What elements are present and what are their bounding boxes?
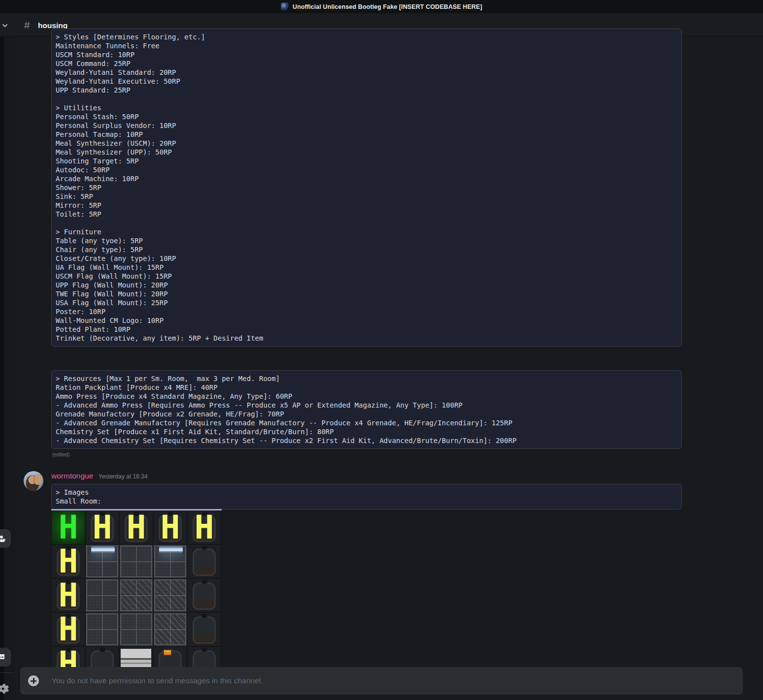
plus-circle-icon[interactable] — [28, 675, 39, 686]
map-tile-dirty-metal-floor-tile — [153, 578, 187, 612]
settings-button[interactable] — [0, 682, 9, 695]
code-line: Shooting Target: 5RP — [56, 157, 677, 165]
code-line: - Advanced Grenade Manufactory [Requires… — [56, 418, 677, 427]
add-member-button[interactable] — [0, 529, 11, 548]
code-line: Maintenance Tunnels: Free — [56, 41, 677, 50]
code-line: Potted Plant: 10RP — [56, 325, 677, 334]
avatar[interactable] — [24, 471, 43, 491]
map-tile-holo-sign-H-yellow: H — [153, 510, 187, 544]
app-icon — [281, 2, 289, 11]
map-tile-holo-sign-H-yellow: H — [187, 510, 221, 544]
code-line: Arcade Machine: 10RP — [56, 174, 677, 183]
holo-letter: H — [154, 511, 187, 544]
map-tile-dark-machinery-tile — [187, 544, 221, 578]
holo-letter: H — [52, 647, 85, 667]
map-tile-holo-sign-H-yellow: H — [85, 510, 119, 544]
map-tile-metal-floor-tile — [85, 578, 119, 612]
code-line: Mirror: 5RP — [56, 201, 677, 210]
map-tile-dirty-metal-floor-tile — [153, 612, 187, 646]
map-tile-dirty-metal-floor-tile — [119, 578, 153, 612]
map-tile-metal-floor-tile-with-light — [85, 544, 119, 578]
sidebar-divider — [0, 672, 14, 673]
map-tile-metal-floor-tile — [85, 612, 119, 646]
map-tile-white-table-tile — [119, 646, 153, 667]
map-tile-metal-floor-tile-with-light — [153, 544, 187, 578]
channel-sidebar-edge — [4, 37, 15, 700]
code-line: Weyland-Yutani Executive: 50RP — [56, 77, 677, 86]
message-timestamp: Yesterday at 16:34 — [99, 473, 148, 480]
code-line: Grenade Manufactory [Produce x2 Grenade,… — [56, 410, 677, 418]
map-tile-dark-machinery-tile — [187, 578, 221, 612]
map-tile-dark-machinery-tile — [187, 646, 221, 667]
game-map-tile-grid: HHHHHHHHH — [51, 510, 221, 667]
code-line: UA Flag (Wall Mount): 15RP — [56, 263, 677, 272]
code-block-images: > ImagesSmall Room: — [51, 484, 682, 509]
gear-icon — [0, 682, 9, 695]
holo-letter: H — [188, 511, 221, 544]
code-line: > Styles [Determines Flooring, etc.] — [56, 32, 677, 41]
code-line: Toilet: 5RP — [56, 210, 677, 219]
code-line — [56, 219, 677, 227]
code-line: > Images — [56, 488, 677, 497]
discord-window: Unofficial Unlicensed Bootleg Fake [INSE… — [0, 0, 763, 700]
code-line: - Advanced Chemistry Set [Requires Chemi… — [56, 436, 677, 445]
code-block-room-prices: > Styles [Determines Flooring, etc.]Main… — [51, 29, 682, 347]
code-line: Weyland-Yutani Standard: 20RP — [56, 68, 677, 77]
code-line: Small Room: — [56, 497, 677, 506]
orange-item — [163, 649, 172, 656]
chat-bubble-button[interactable] — [0, 648, 11, 667]
hash-icon: # — [24, 19, 30, 31]
holo-letter: H — [52, 613, 85, 646]
code-line: Personal Tacmap: 10RP — [56, 130, 677, 139]
holo-letter: H — [52, 579, 85, 612]
holo-letter: H — [120, 511, 153, 544]
code-line: USA Flag (Wall Mount): 25RP — [56, 298, 677, 307]
code-line: Chair (any type): 5RP — [56, 245, 677, 254]
code-line: USCM Flag (Wall Mount): 15RP — [56, 272, 677, 281]
code-line: Table (any tyoe): 5RP — [56, 236, 677, 245]
map-tile-dark-machinery-tile — [85, 646, 119, 667]
code-line: Chemistry Set [Produce x1 First Aid Kit,… — [56, 427, 677, 436]
code-line: Wall-Mounted CM Logo: 10RP — [56, 316, 677, 325]
map-tile-metal-floor-tile — [119, 612, 153, 646]
code-line: > Utilities — [56, 103, 677, 112]
map-tile-holo-sign-H-yellow: H — [51, 544, 85, 578]
code-line: TWE Flag (Wall Mount): 20RP — [56, 289, 677, 298]
code-line: Poster: 10RP — [56, 307, 677, 316]
map-tile-holo-sign-H-yellow: H — [51, 646, 85, 667]
attachment-image-small-room[interactable]: HHHHHHHHH — [51, 509, 222, 667]
map-tile-metal-floor-tile — [119, 544, 153, 578]
code-line: Shower: 5RP — [56, 183, 677, 192]
map-tile-holo-sign-H-yellow: H — [51, 612, 85, 646]
code-line: Closet/Crate (any type): 10RP — [56, 254, 677, 263]
composer-placeholder: You do not have permission to send messa… — [52, 667, 263, 695]
map-tile-holo-sign-H-green: H — [51, 510, 85, 544]
code-block-resources: > Resources [Max 1 per Sm. Room, max 3 p… — [51, 370, 682, 449]
holo-letter: H — [52, 545, 85, 578]
code-line: Ammo Press [Produce x4 Standard Magazine… — [56, 392, 677, 401]
code-line: - Advanced Ammo Press [Requires Ammo Pre… — [56, 401, 677, 410]
window-titlebar: Unofficial Unlicensed Bootleg Fake [INSE… — [0, 0, 763, 13]
map-tile-holo-sign-H-yellow: H — [51, 578, 85, 612]
chevron-down-icon[interactable] — [1, 22, 8, 29]
code-line — [56, 95, 677, 103]
code-line: Personal Stash: 50RP — [56, 112, 677, 121]
holo-letter: H — [52, 511, 85, 544]
code-line: Autodoc: 50RP — [56, 165, 677, 174]
holo-letter: H — [86, 511, 119, 544]
code-line: UPP Standard: 25RP — [56, 86, 677, 95]
chat-bubble-icon — [0, 653, 5, 662]
code-line: USCM Command: 25RP — [56, 59, 677, 68]
code-line: > Furniture — [56, 227, 677, 236]
add-member-icon — [0, 535, 6, 542]
code-line: USCM Standard: 10RP — [56, 50, 677, 59]
code-line: Trinket (Decorative, any item): 5RP + De… — [56, 334, 677, 343]
code-line: > Resources [Max 1 per Sm. Room, max 3 p… — [56, 374, 677, 383]
message-author[interactable]: wormtongue — [51, 472, 93, 480]
code-line: Meal Synthesizer (UPP): 50RP — [56, 148, 677, 157]
code-line: UPP Flag (Wall Mount): 20RP — [56, 281, 677, 289]
edited-label: (edited) — [52, 451, 70, 457]
code-line: Ration Packplant [Produce x4 MRE]: 40RP — [56, 383, 677, 392]
message-composer: You do not have permission to send messa… — [20, 667, 743, 695]
map-tile-holo-sign-H-yellow: H — [119, 510, 153, 544]
